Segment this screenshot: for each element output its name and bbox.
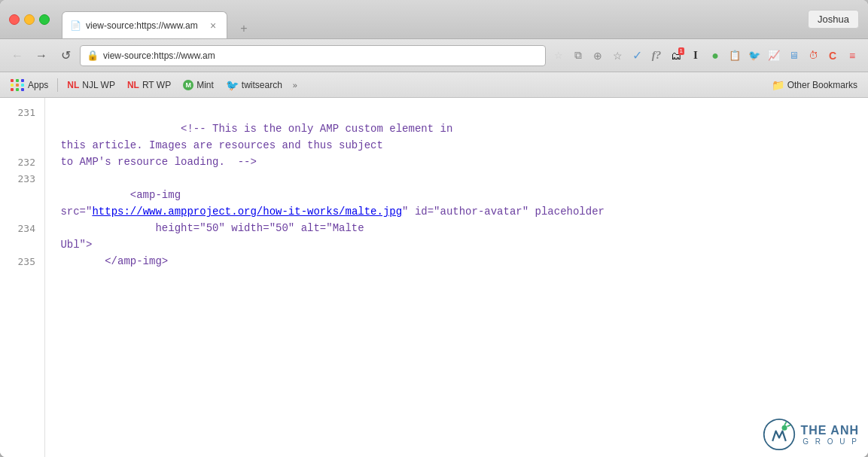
nav-bar: ← → ↺ 🔒 view-source:https://www.am ☆ ⧉ ⊕… [0, 39, 868, 72]
address-bar[interactable]: 🔒 view-source:https://www.am [80, 45, 546, 66]
bookmark-mint-label: Mint [196, 80, 214, 90]
watermark-text: THE ANH G R O U P [800, 424, 859, 446]
ext-bird-icon[interactable]: 🐦 [746, 47, 763, 64]
address-text: view-source:https://www.am [103, 50, 539, 61]
watermark: THE ANH G R O U P [763, 418, 859, 451]
traffic-lights [9, 14, 50, 25]
nl-icon-2: NL [127, 80, 139, 90]
bookmark-twitsearch[interactable]: 🐦 twitsearch [221, 78, 287, 93]
svg-line-3 [787, 425, 790, 427]
watermark-line1: THE ANH [800, 424, 859, 437]
line-num-232: 232 [0, 154, 44, 170]
lock-icon: 🔒 [87, 50, 99, 61]
line-num-234: 234 [0, 220, 44, 236]
ext-chart-icon[interactable]: 📈 [766, 47, 782, 64]
new-tab-button[interactable]: + [229, 19, 259, 38]
extension-icons: ☆ ⧉ ⊕ ☆ ✓ f? 🗂 1 I ● 📋 🐦 📈 🖥 ⏱ C ≡ [550, 47, 860, 64]
watermark-logo-icon [763, 418, 796, 451]
amp-img-src-link[interactable]: https://www.ampproject.org/how-it-works/… [92, 206, 402, 218]
ext-f-icon[interactable]: f? [648, 47, 665, 64]
line-numbers: 231 231 231 232 233 233 233 234 234 235 [0, 98, 45, 457]
close-button[interactable] [9, 14, 20, 25]
folder-icon: 📁 [772, 79, 784, 91]
ext-i-icon[interactable]: I [687, 47, 704, 64]
ext-menu-icon[interactable]: ≡ [844, 47, 860, 64]
content-area: 231 231 231 232 233 233 233 234 234 235 … [0, 98, 868, 457]
ext-checkmark-icon[interactable]: ✓ [629, 47, 645, 64]
apps-button[interactable]: Apps [6, 78, 53, 93]
browser-window: 📄 view-source:https://www.am × + Joshua … [0, 0, 868, 457]
line-num-233: 233 [0, 170, 44, 187]
bookmark-other[interactable]: 📁 Other Bookmarks [767, 78, 862, 93]
tab-title: view-source:https://www.am [86, 20, 203, 31]
user-profile-button[interactable]: Joshua [808, 10, 859, 29]
active-tab[interactable]: 📄 view-source:https://www.am × [62, 11, 227, 38]
svg-point-0 [764, 419, 794, 449]
bookmark-mint[interactable]: M Mint [178, 78, 218, 92]
ext-bookmark-icon[interactable]: ☆ [550, 47, 567, 64]
bookmark-separator-1 [57, 78, 58, 92]
reload-icon: ↺ [61, 48, 71, 62]
bookmark-njl-wp[interactable]: NL NJL WP [62, 78, 120, 92]
ext-green-dot-icon[interactable]: ● [707, 47, 723, 64]
code-area[interactable]: <!-- This is the only AMP custom element… [45, 98, 868, 457]
title-bar: 📄 view-source:https://www.am × + Joshua [0, 0, 868, 39]
svg-line-2 [785, 422, 787, 425]
tab-area: 📄 view-source:https://www.am × + [62, 0, 802, 38]
bookmark-rt-wp[interactable]: NL RT WP [123, 78, 175, 92]
twitter-icon: 🐦 [226, 79, 239, 91]
forward-button[interactable]: → [32, 46, 51, 66]
ext-copy-icon[interactable]: ⧉ [570, 47, 586, 64]
ext-monitor-icon[interactable]: 🖥 [785, 47, 802, 64]
back-icon: ← [11, 49, 23, 62]
watermark-line2: G R O U P [803, 437, 859, 446]
bookmark-other-label: Other Bookmarks [787, 80, 857, 90]
ext-gauge-icon[interactable]: ⏱ [805, 47, 821, 64]
ext-stack-icon[interactable]: 🗂 1 [668, 47, 684, 64]
ext-c-icon[interactable]: C [824, 47, 841, 64]
nl-icon-1: NL [67, 80, 79, 90]
apps-label: Apps [28, 80, 48, 90]
line-num-235: 235 [0, 253, 44, 270]
code-line-231: <!-- This is the only AMP custom element… [54, 123, 605, 267]
back-button[interactable]: ← [8, 46, 27, 66]
minimize-button[interactable] [24, 14, 35, 25]
bookmark-twitsearch-label: twitsearch [242, 80, 282, 90]
svg-point-1 [782, 425, 787, 431]
bookmark-rt-wp-label: RT WP [142, 80, 171, 90]
bookmarks-bar: Apps NL NJL WP NL RT WP M Mint 🐦 twitsea… [0, 72, 868, 98]
maximize-button[interactable] [39, 14, 50, 25]
line-num-231: 231 [0, 104, 44, 120]
ext-star-icon[interactable]: ☆ [609, 47, 626, 64]
tab-page-icon: 📄 [70, 20, 81, 31]
apps-grid-icon [11, 79, 25, 91]
content-wrapper: 231 231 231 232 233 233 233 234 234 235 … [0, 98, 868, 457]
ext-doc-icon[interactable]: 📋 [726, 47, 743, 64]
bookmarks-more-button[interactable]: » [290, 79, 300, 91]
mint-icon: M [183, 80, 193, 90]
forward-icon: → [35, 49, 47, 62]
reload-button[interactable]: ↺ [56, 46, 75, 66]
ext-zoom-icon[interactable]: ⊕ [589, 47, 606, 64]
tab-close-button[interactable]: × [207, 20, 219, 32]
bookmark-njl-wp-label: NJL WP [82, 80, 115, 90]
